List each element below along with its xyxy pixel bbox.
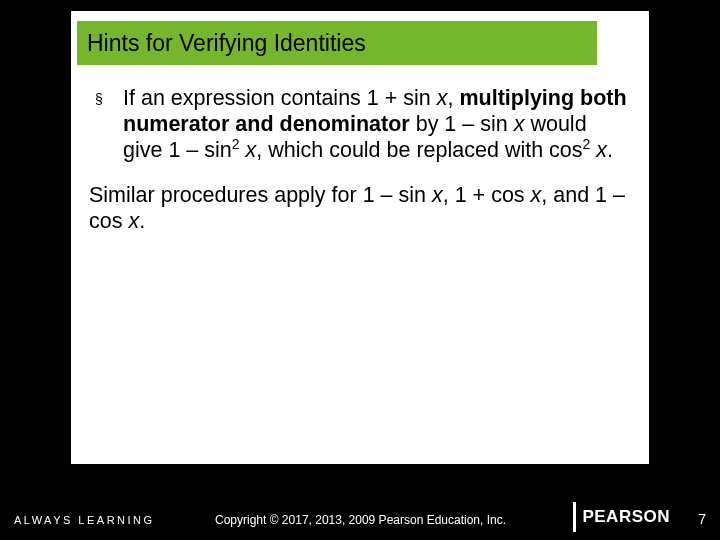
- text: If an expression contains 1 + sin: [123, 86, 437, 110]
- text: by 1 – sin: [410, 112, 514, 136]
- var: x: [128, 209, 139, 233]
- var: x: [514, 112, 525, 136]
- always-learning-tagline: ALWAYS LEARNING: [14, 514, 155, 526]
- pearson-logo: PEARSON: [573, 502, 670, 532]
- slide-body: § If an expression contains 1 + sin x, m…: [89, 85, 631, 234]
- text: , which could be replaced with cos: [256, 138, 582, 162]
- bullet-text: If an expression contains 1 + sin x, mul…: [123, 85, 631, 164]
- var: x: [246, 138, 257, 162]
- page-number: 7: [698, 511, 706, 527]
- superscript: 2: [232, 136, 240, 152]
- text: ,: [447, 86, 459, 110]
- pearson-brand-text: PEARSON: [582, 507, 670, 527]
- logo-bar-icon: [573, 502, 576, 532]
- bullet-item: § If an expression contains 1 + sin x, m…: [89, 85, 631, 164]
- slide-title: Hints for Verifying Identities: [87, 30, 366, 57]
- slide: Hints for Verifying Identities § If an e…: [0, 0, 720, 540]
- copyright-text: Copyright © 2017, 2013, 2009 Pearson Edu…: [215, 513, 506, 527]
- text: .: [139, 209, 145, 233]
- title-bar: Hints for Verifying Identities: [77, 21, 597, 65]
- content-box: Hints for Verifying Identities § If an e…: [70, 10, 650, 465]
- footer: ALWAYS LEARNING Copyright © 2017, 2013, …: [0, 496, 720, 540]
- var: x: [531, 183, 542, 207]
- text: .: [607, 138, 613, 162]
- followup-text: Similar procedures apply for 1 – sin x, …: [89, 182, 631, 234]
- var: x: [437, 86, 448, 110]
- bullet-glyph: §: [89, 85, 123, 113]
- text: Similar procedures apply for 1 – sin: [89, 183, 432, 207]
- var: x: [596, 138, 607, 162]
- text: , 1 + cos: [443, 183, 531, 207]
- var: x: [432, 183, 443, 207]
